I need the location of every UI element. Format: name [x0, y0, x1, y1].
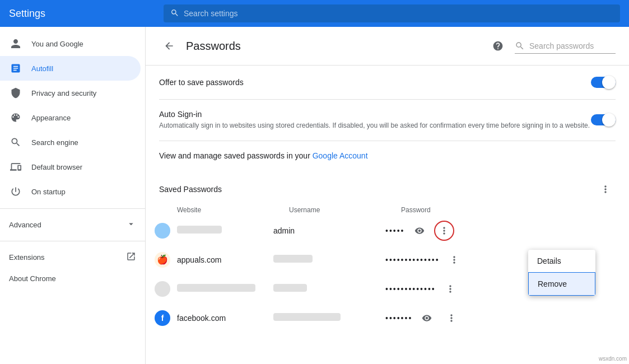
- google-account-link[interactable]: Google Account: [313, 151, 368, 160]
- offer-save-setting: Offer to save passwords: [159, 66, 616, 100]
- col-header-website: Website: [177, 206, 289, 214]
- password-dots-1: •••••: [385, 226, 405, 235]
- context-menu: Details Remove: [528, 250, 595, 296]
- more-button-1-highlighted[interactable]: [434, 221, 454, 241]
- manage-passwords-row: View and manage saved passwords in your …: [159, 141, 616, 170]
- website-3: [177, 284, 273, 293]
- sidebar-divider: [0, 208, 145, 209]
- password-table-header: Website Username Password: [146, 204, 629, 216]
- power-icon: [9, 185, 22, 198]
- auto-signin-setting: Auto Sign-in Automatically sign in to we…: [159, 100, 616, 141]
- passwords-header: Passwords: [146, 27, 629, 66]
- search-icon: [170, 8, 179, 19]
- auto-signin-desc: Automatically sign in to websites using …: [159, 121, 591, 130]
- sidebar-advanced-label: Advanced: [9, 221, 126, 229]
- auto-signin-label: Auto Sign-in: [159, 110, 591, 119]
- col-header-password: Password: [401, 206, 616, 214]
- manage-passwords-text: View and manage saved passwords in your: [159, 151, 313, 160]
- password-dots-4: •••••••: [385, 314, 412, 323]
- context-menu-details[interactable]: Details: [528, 250, 595, 272]
- palette-icon: [9, 111, 22, 124]
- settings-section: Offer to save passwords Auto Sign-in Aut…: [146, 66, 629, 170]
- website-4: facebook.com: [177, 314, 273, 323]
- offer-save-toggle[interactable]: [591, 76, 616, 89]
- favicon-3: [155, 281, 170, 297]
- sidebar-item-appearance[interactable]: Appearance: [0, 105, 141, 130]
- sidebar-item-search-engine-label: Search engine: [31, 138, 78, 147]
- sidebar: You and Google Autofill Privacy and secu…: [0, 27, 146, 364]
- back-button[interactable]: [159, 36, 179, 56]
- more-button-3[interactable]: [440, 279, 460, 299]
- sidebar-advanced[interactable]: Advanced: [0, 213, 145, 236]
- website-2: appuals.com: [177, 255, 273, 264]
- username-4: [273, 313, 385, 323]
- settings-search-bar[interactable]: [164, 4, 620, 22]
- person-icon: [9, 37, 22, 50]
- watermark: wsxdn.com: [599, 356, 627, 362]
- sidebar-about-label: About Chrome: [9, 274, 56, 283]
- password-search-input[interactable]: [529, 41, 613, 50]
- browser-icon: [9, 160, 22, 174]
- username-blurred-3: [273, 284, 307, 292]
- sidebar-item-autofill[interactable]: Autofill: [0, 56, 141, 81]
- saved-passwords-more-button[interactable]: [595, 179, 616, 199]
- col-header-username: Username: [289, 206, 401, 214]
- sidebar-item-search-engine[interactable]: Search engine: [0, 130, 141, 155]
- help-button[interactable]: [488, 36, 508, 56]
- passwords-title: Passwords: [186, 40, 481, 53]
- offer-save-label: Offer to save passwords: [159, 78, 591, 87]
- password-row-4: f facebook.com •••••••: [146, 304, 629, 333]
- chevron-down-icon: [126, 219, 136, 231]
- search-icon-small: [515, 41, 525, 51]
- favicon-2: 🍎: [155, 252, 170, 268]
- sidebar-item-privacy-label: Privacy and security: [31, 89, 96, 97]
- app-title: Settings: [9, 8, 155, 20]
- more-button-2[interactable]: [444, 250, 464, 270]
- sidebar-item-you-google-label: You and Google: [31, 40, 83, 48]
- password-dots-2: ••••••••••••••: [385, 255, 440, 264]
- saved-passwords-title: Saved Passwords: [159, 185, 595, 194]
- top-bar: Settings: [0, 0, 629, 27]
- favicon-4: f: [155, 310, 170, 326]
- favicon-1: [155, 223, 170, 239]
- password-row-1: admin ••••• Details Remove: [146, 216, 629, 245]
- eye-button-1[interactable]: [409, 221, 430, 241]
- sidebar-item-privacy[interactable]: Privacy and security: [0, 81, 141, 105]
- auto-signin-toggle[interactable]: [591, 113, 616, 127]
- sidebar-extensions-label: Extensions: [9, 253, 126, 262]
- sidebar-item-extensions[interactable]: Extensions: [0, 246, 145, 269]
- password-4: •••••••: [385, 308, 616, 328]
- sidebar-item-on-startup[interactable]: On startup: [0, 179, 141, 204]
- username-blurred-4: [273, 313, 341, 321]
- context-menu-remove[interactable]: Remove: [528, 272, 595, 296]
- shield-icon: [9, 86, 22, 100]
- eye-button-4[interactable]: [417, 308, 437, 328]
- password-dots-3: •••••••••••••: [385, 284, 436, 293]
- sidebar-item-default-browser-label: Default browser: [31, 163, 82, 171]
- sidebar-item-you-google[interactable]: You and Google: [0, 31, 141, 56]
- more-button-4[interactable]: [441, 308, 462, 328]
- password-search-bar[interactable]: [515, 39, 616, 54]
- sidebar-divider-2: [0, 241, 145, 241]
- username-2: [273, 255, 385, 264]
- website-blurred-3: [177, 284, 255, 292]
- content-area: Passwords Offer to save passwords: [146, 27, 629, 364]
- username-3: [273, 284, 385, 293]
- sidebar-item-autofill-label: Autofill: [31, 64, 53, 73]
- autofill-icon: [9, 62, 22, 75]
- saved-passwords-section: Saved Passwords: [146, 170, 629, 204]
- username-blurred-2: [273, 255, 313, 263]
- website-1: [177, 226, 273, 235]
- settings-search-input[interactable]: [184, 9, 613, 18]
- external-link-icon: [126, 251, 136, 263]
- sidebar-item-about-chrome[interactable]: About Chrome: [0, 269, 145, 288]
- website-blurred-1: [177, 226, 222, 234]
- main-layout: You and Google Autofill Privacy and secu…: [0, 27, 629, 364]
- username-1: admin: [273, 226, 385, 235]
- sidebar-item-appearance-label: Appearance: [31, 114, 71, 122]
- password-1: •••••: [385, 221, 616, 241]
- sidebar-item-on-startup-label: On startup: [31, 188, 66, 196]
- sidebar-item-default-browser[interactable]: Default browser: [0, 155, 141, 179]
- search-icon: [9, 136, 22, 149]
